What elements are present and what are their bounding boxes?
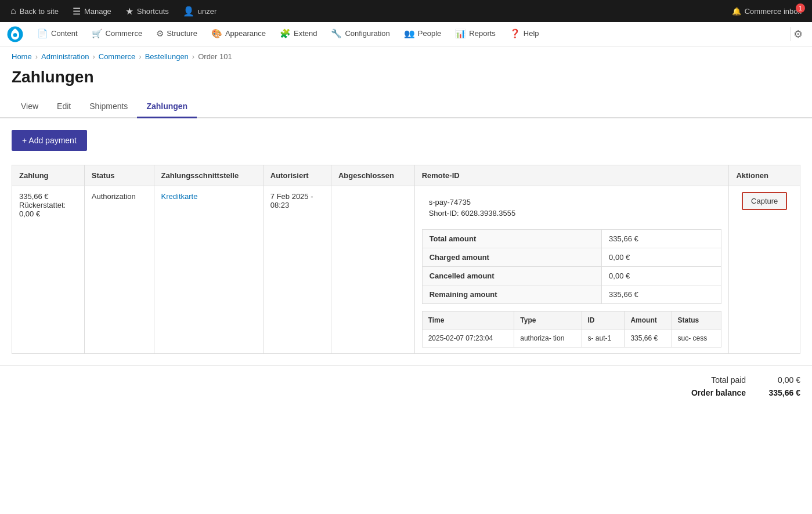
amount-row-total: Total amount 335,66 €: [422, 230, 721, 248]
configuration-icon: 🔧: [331, 28, 342, 39]
log-col-status: Status: [672, 312, 721, 330]
payment-completed-cell: [331, 186, 414, 354]
payment-interface-link[interactable]: Kreditkarte: [161, 192, 198, 201]
bell-icon: 🔔: [732, 7, 741, 16]
tab-zahlungen[interactable]: Zahlungen: [137, 96, 197, 118]
commerce-icon: 🛒: [92, 28, 103, 39]
reports-icon: 📊: [455, 28, 466, 39]
payment-status: Authorization: [92, 192, 136, 201]
breadcrumb-order: Order 101: [198, 52, 232, 61]
amount-cancelled-label: Cancelled amount: [422, 267, 601, 285]
payment-amount-cell: 335,66 € Rückerstattet: 0,00 €: [12, 186, 85, 354]
content-icon: 📄: [37, 28, 48, 39]
amount-total-value: 335,66 €: [602, 230, 721, 248]
payments-table: Zahlung Status Zahlungsschnittstelle Aut…: [12, 165, 800, 354]
amount-cancelled-value: 0,00 €: [602, 267, 721, 285]
log-col-id: ID: [582, 312, 625, 330]
log-table: Time Type ID Amount Status 2025-02-07 07…: [422, 311, 722, 348]
nav-divider: [791, 27, 791, 41]
amount-row-charged: Charged amount 0,00 €: [422, 248, 721, 267]
breadcrumb-bestellungen[interactable]: Bestellungen: [145, 52, 189, 61]
page-wrapper: Home › Administration › Commerce › Beste…: [0, 46, 812, 514]
nav-people[interactable]: 👥 People: [397, 22, 448, 46]
nav-reports[interactable]: 📊 Reports: [448, 22, 503, 46]
total-paid-value: 0,00 €: [760, 375, 800, 385]
nav-commerce[interactable]: 🛒 Commerce: [85, 22, 150, 46]
shortcuts-button[interactable]: ★ Shortcuts: [120, 0, 175, 22]
log-type: authoriza- tion: [514, 330, 582, 348]
payment-authorized-time: 08:23: [270, 201, 324, 209]
manage-button[interactable]: ☰ Manage: [67, 0, 117, 22]
amount-row-remaining: Remaining amount 335,66 €: [422, 285, 721, 304]
log-time: 2025-02-07 07:23:04: [422, 330, 514, 348]
payment-interface-cell: Kreditkarte: [154, 186, 263, 354]
log-status: suc- cess: [672, 330, 721, 348]
nav-settings-icon[interactable]: ⚙: [793, 28, 803, 41]
remote-id-section: s-pay-74735 Short-ID: 6028.3938.3555: [422, 192, 722, 229]
add-payment-button[interactable]: + Add payment: [12, 130, 87, 151]
payment-remote-id-cell: s-pay-74735 Short-ID: 6028.3938.3555 Tot…: [414, 186, 729, 354]
order-balance-row: Order balance 335,66 €: [12, 388, 800, 397]
star-icon: ★: [125, 6, 133, 17]
tab-edit[interactable]: Edit: [48, 96, 80, 118]
svg-point-1: [13, 33, 17, 37]
nav-configuration[interactable]: 🔧 Configuration: [324, 22, 396, 46]
order-balance-label: Order balance: [691, 388, 746, 397]
col-status: Status: [84, 165, 154, 186]
total-paid-row: Total paid 0,00 €: [12, 375, 800, 385]
breadcrumb-home[interactable]: Home: [12, 52, 32, 61]
people-icon: 👥: [404, 28, 415, 39]
log-id: s- aut-1: [582, 330, 625, 348]
breadcrumb: Home › Administration › Commerce › Beste…: [0, 46, 812, 64]
nav-extend[interactable]: 🧩 Extend: [273, 22, 324, 46]
nav-bar: 📄 Content 🛒 Commerce ⚙ Structure 🎨 Appea…: [0, 22, 812, 46]
commerce-inbox-button[interactable]: 🔔 1 Commerce inbox: [726, 0, 807, 22]
user-icon: 👤: [183, 6, 194, 17]
amount-remaining-value: 335,66 €: [602, 285, 721, 304]
payment-status-cell: Authorization: [84, 186, 154, 354]
nav-content[interactable]: 📄 Content: [30, 22, 85, 46]
log-col-time: Time: [422, 312, 514, 330]
tab-shipments[interactable]: Shipments: [80, 96, 137, 118]
footer-totals: Total paid 0,00 € Order balance 335,66 €: [0, 365, 812, 407]
notification-badge: 1: [796, 3, 805, 13]
capture-button[interactable]: Capture: [742, 192, 787, 210]
payment-amount: 335,66 €: [19, 192, 77, 201]
remote-id-value: s-pay-74735: [429, 198, 715, 207]
col-remote-id: Remote-ID: [414, 165, 729, 186]
nav-help[interactable]: ❓ Help: [503, 22, 546, 46]
amount-charged-value: 0,00 €: [602, 248, 721, 267]
back-to-site-button[interactable]: ⌂ Back to site: [5, 0, 64, 22]
log-amount: 335,66 €: [625, 330, 672, 348]
admin-bar-right: 🔔 1 Commerce inbox: [726, 0, 807, 22]
log-col-type: Type: [514, 312, 582, 330]
extend-icon: 🧩: [280, 28, 291, 39]
appearance-icon: 🎨: [211, 28, 222, 39]
total-paid-label: Total paid: [711, 375, 746, 385]
nav-structure[interactable]: ⚙ Structure: [149, 22, 204, 46]
log-row: 2025-02-07 07:23:04 authoriza- tion s- a…: [422, 330, 721, 348]
col-zahlung: Zahlung: [12, 165, 85, 186]
breadcrumb-commerce[interactable]: Commerce: [99, 52, 136, 61]
col-zahlungsschnittstelle: Zahlungsschnittstelle: [154, 165, 263, 186]
structure-icon: ⚙: [156, 28, 164, 39]
content-area: + Add payment Zahlung Status Zahlungssch…: [0, 130, 812, 365]
nav-appearance[interactable]: 🎨 Appearance: [204, 22, 273, 46]
page-title: Zahlungen: [0, 64, 812, 96]
payment-refunded-label: Rückerstattet:: [19, 201, 77, 209]
amount-total-label: Total amount: [422, 230, 601, 248]
aktionen-cell: Capture: [729, 186, 800, 354]
nav-bar-right: ⚙: [784, 27, 807, 41]
tabs: View Edit Shipments Zahlungen: [0, 96, 812, 118]
admin-bar: ⌂ Back to site ☰ Manage ★ Shortcuts 👤 un…: [0, 0, 812, 22]
col-autorisiert: Autorisiert: [263, 165, 331, 186]
payment-authorized-cell: 7 Feb 2025 - 08:23: [263, 186, 331, 354]
tab-view[interactable]: View: [12, 96, 48, 118]
order-balance-value: 335,66 €: [760, 388, 800, 397]
user-button[interactable]: 👤 unzer: [177, 0, 223, 22]
drupal-logo[interactable]: [5, 24, 26, 45]
amount-row-cancelled: Cancelled amount 0,00 €: [422, 267, 721, 285]
home-icon: ⌂: [10, 6, 16, 16]
breadcrumb-administration[interactable]: Administration: [41, 52, 89, 61]
table-row: 335,66 € Rückerstattet: 0,00 € Authoriza…: [12, 186, 800, 354]
